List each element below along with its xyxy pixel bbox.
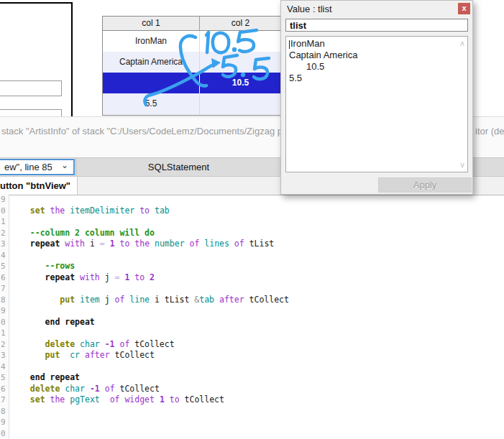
editor-window-title-fragment: itor (deb <box>475 126 504 137</box>
value-list-item[interactable]: 10.5 <box>286 61 467 73</box>
value-watch-dialog: Value : tlist x ∧ IronManCaptain America… <box>280 0 473 195</box>
data-grid: col 1 col 2 IronMan Captain America 10.5… <box>102 16 282 116</box>
table-row-selected[interactable]: 10.5 <box>103 73 281 93</box>
variable-value-list[interactable]: ∧ IronManCaptain America10.55.5∨ <box>285 36 468 172</box>
apply-button[interactable]: Apply <box>378 177 472 193</box>
scroll-up-icon[interactable]: ∧ <box>459 39 465 48</box>
cell[interactable]: 5.5 <box>103 93 200 115</box>
dialog-title: Value : tlist <box>287 4 332 14</box>
editor-window-title: stack "ArtistInfo" of stack "C:/Users/Co… <box>1 126 303 137</box>
value-list-item[interactable]: Captain America <box>286 50 467 61</box>
stack-window-fragment <box>0 2 73 117</box>
scroll-down-icon[interactable]: ∨ <box>459 160 465 170</box>
code-lines: set the itemDelimiter to tab --column 2 … <box>10 194 289 439</box>
tab-btnview[interactable]: utton "btnView" <box>0 177 78 195</box>
chevron-down-icon: ⌄ <box>61 160 68 170</box>
cell[interactable]: 10.5 <box>200 73 281 93</box>
script-code-area[interactable]: 9012345678901234567890 set the itemDelim… <box>0 195 504 439</box>
text-caret <box>289 40 290 49</box>
column-header-col1[interactable]: col 1 <box>103 17 200 30</box>
table-row[interactable]: IronMan <box>103 31 281 52</box>
table-row[interactable]: 5.5 <box>103 93 281 115</box>
script-tab-label: SQLStatement <box>76 158 281 176</box>
table-row[interactable]: Captain America <box>103 52 281 73</box>
value-list-item[interactable]: 5.5 <box>286 73 467 84</box>
variable-name-input[interactable] <box>285 19 468 32</box>
handler-selector-value: ew", line 85 <box>4 161 52 174</box>
cell[interactable] <box>200 93 281 115</box>
data-grid-header: col 1 col 2 <box>103 17 281 31</box>
cell[interactable]: Captain America <box>103 52 200 73</box>
code-gutter[interactable]: 9012345678901234567890 <box>0 194 9 439</box>
stack-text-field-1[interactable] <box>0 80 62 96</box>
cell[interactable] <box>200 31 281 52</box>
handler-selector-dropdown[interactable]: ew", line 85 ⌄ <box>0 159 75 175</box>
value-list-item[interactable]: IronMan <box>286 38 467 50</box>
close-icon[interactable]: x <box>458 3 470 14</box>
column-header-col2[interactable]: col 2 <box>200 17 281 30</box>
cell[interactable] <box>103 73 200 93</box>
cell[interactable] <box>200 52 281 73</box>
cell[interactable]: IronMan <box>103 31 200 52</box>
tab-btnview-label: utton "btnView" <box>0 180 70 191</box>
